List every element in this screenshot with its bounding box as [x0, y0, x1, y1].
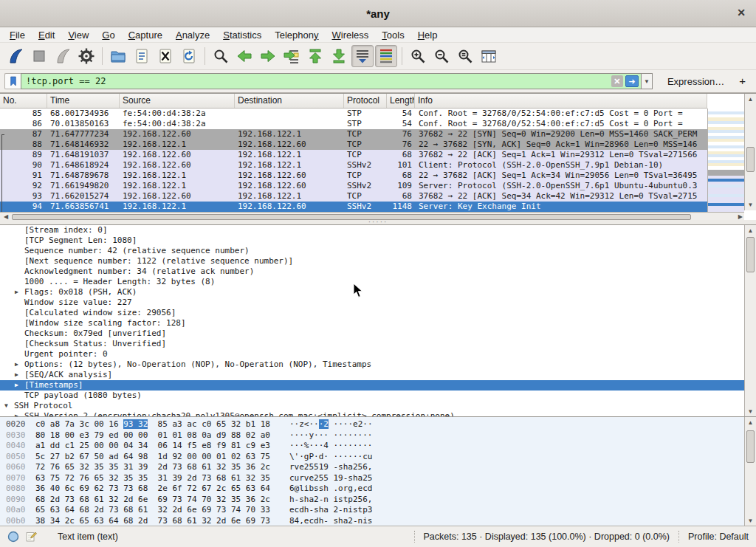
zoom-in-button[interactable] [407, 45, 429, 67]
filter-text[interactable]: !tcp.port == 22 [26, 76, 611, 86]
packet-list-vscrollbar[interactable]: ▲ ▼ [744, 94, 756, 210]
column-header-protocol[interactable]: Protocol [344, 94, 387, 108]
hex-bytes[interactable]: 72 76 65 32 35 35 31 39 2d 73 68 61 32 3… [35, 462, 270, 473]
detail-line[interactable]: [Stream index: 0] [0, 225, 744, 235]
scroll-down-icon[interactable]: ▼ [745, 408, 756, 415]
detail-line[interactable]: [TCP Segment Len: 1080] [0, 235, 744, 246]
start-capture-button[interactable] [4, 45, 27, 67]
stop-capture-button[interactable] [28, 45, 50, 67]
menu-item-edit[interactable]: Edit [32, 29, 61, 41]
go-forward-button[interactable] [257, 45, 279, 67]
hex-ascii[interactable]: 84,ecdh- sha2-nis [289, 516, 373, 526]
close-file-button[interactable] [154, 45, 176, 67]
column-header-no[interactable]: No. [0, 94, 47, 108]
scroll-right-icon[interactable]: ▶ [734, 213, 743, 220]
reload-file-button[interactable] [178, 45, 200, 67]
expression-button[interactable]: Expression… [663, 75, 729, 89]
capture-comment-icon[interactable] [25, 531, 37, 543]
packet-row-91[interactable]: 9171.648789678192.168.122.1192.168.122.6… [0, 171, 707, 181]
menu-item-view[interactable]: View [61, 29, 95, 41]
menu-item-analyze[interactable]: Analyze [169, 29, 216, 41]
hex-ascii[interactable]: ··z<···2 ····e2·· [289, 419, 373, 430]
detail-line[interactable]: [Window size scaling factor: 128] [0, 318, 744, 328]
hex-ascii[interactable]: rve25519 -sha256, [289, 462, 373, 473]
zoom-out-button[interactable] [430, 45, 453, 67]
details-vscrollbar[interactable]: ▲ ▼ [744, 225, 756, 416]
detail-line[interactable]: [Calculated window size: 29056] [0, 308, 744, 318]
collapsed-arrow-icon[interactable]: ▶ [15, 287, 18, 297]
filter-bookmark-button[interactable] [4, 73, 21, 89]
detail-line[interactable]: ▶Flags: 0x018 (PSH, ACK) [0, 287, 744, 297]
scroll-down-icon[interactable]: ▼ [745, 517, 756, 524]
go-last-button[interactable] [328, 45, 350, 67]
detail-line[interactable]: ▶[Timestamps] [0, 380, 744, 391]
filter-input[interactable]: !tcp.port == 22 ✕ ➜ [21, 73, 642, 89]
hex-bytes[interactable]: 38 34 2c 65 63 64 68 2d 73 68 61 32 2d 6… [35, 516, 270, 526]
hex-bytes[interactable]: 5c 27 b2 67 50 ad 64 98 1d 92 00 00 01 0… [35, 452, 270, 463]
packet-row-87[interactable]: 8771.647777234192.168.122.60192.168.122.… [0, 129, 707, 140]
collapsed-arrow-icon[interactable]: ▶ [15, 370, 18, 380]
detail-line[interactable]: [Checksum Status: Unverified] [0, 339, 744, 349]
column-header-length[interactable]: Length [387, 94, 415, 108]
detail-line[interactable]: ▼SSH Protocol [0, 401, 744, 411]
save-file-button[interactable] [131, 45, 153, 67]
hex-row-00b0[interactable]: 00b038 34 2c 65 63 64 68 2d 73 68 61 32 … [0, 516, 756, 526]
resize-columns-button[interactable] [478, 45, 500, 67]
go-back-button[interactable] [233, 45, 255, 67]
scroll-left-icon[interactable]: ◀ [1, 213, 10, 220]
detail-line[interactable]: ▶SSH Version 2 (encryption:chacha20-poly… [0, 411, 744, 416]
collapsed-arrow-icon[interactable]: ▶ [15, 359, 18, 370]
column-header-time[interactable]: Time [47, 94, 120, 108]
go-first-button[interactable] [304, 45, 326, 67]
collapsed-arrow-icon[interactable]: ▶ [15, 380, 18, 391]
hex-ascii[interactable]: \'·gP·d· ······cu [289, 452, 373, 463]
packet-row-93[interactable]: 9371.662015274192.168.122.60192.168.122.… [0, 191, 707, 202]
status-profile[interactable]: Profile: Default [688, 531, 749, 542]
hex-row-00a0[interactable]: 00a065 63 64 68 2d 73 68 61 32 2d 6e 69 … [0, 505, 756, 516]
zoom-original-button[interactable] [454, 45, 476, 67]
packet-row-88[interactable]: 8871.648146932192.168.122.1192.168.122.6… [0, 140, 707, 150]
detail-line[interactable]: Window size value: 227 [0, 297, 744, 308]
packet-row-86[interactable]: 8670.013850163fe:54:00:d4:38:2aSTP54Conf… [0, 119, 707, 129]
vscroll-thumb[interactable] [746, 147, 755, 172]
detail-line[interactable]: ▶[SEQ/ACK analysis] [0, 370, 744, 380]
add-filter-button[interactable]: + [733, 75, 752, 89]
hex-ascii[interactable]: 6@libssh .org,ecd [289, 484, 373, 495]
hex-row-0030[interactable]: 003080 18 00 e3 79 ed 00 00 01 01 08 0a … [0, 430, 756, 441]
filter-history-dropdown[interactable]: ▼ [642, 73, 653, 89]
hex-row-0040[interactable]: 0040a1 dd c1 25 00 00 04 34 06 14 f5 e8 … [0, 441, 756, 452]
menu-item-tools[interactable]: Tools [375, 29, 410, 41]
menu-item-file[interactable]: File [3, 29, 32, 41]
capture-options-button[interactable] [75, 45, 97, 67]
hex-bytes[interactable]: c0 a8 7a 3c 00 16 93 32 85 a3 ac c0 65 3… [35, 419, 270, 430]
column-header-source[interactable]: Source [120, 94, 235, 108]
close-icon[interactable]: ✕ [737, 7, 746, 18]
scroll-up-icon[interactable]: ▲ [745, 96, 756, 103]
scroll-up-icon[interactable]: ▲ [745, 419, 756, 426]
auto-scroll-button[interactable] [351, 45, 374, 67]
detail-line[interactable]: [Next sequence number: 1122 (relative se… [0, 256, 744, 266]
detail-line[interactable]: ▶Options: (12 bytes), No-Operation (NOP)… [0, 359, 744, 370]
packet-row-85[interactable]: 8568.001734936fe:54:00:d4:38:2aSTP54Conf… [0, 109, 707, 119]
go-to-packet-button[interactable] [281, 45, 303, 67]
hex-row-0080[interactable]: 008036 40 6c 69 62 73 73 68 2e 6f 72 67 … [0, 484, 756, 495]
scroll-up-icon[interactable]: ▲ [745, 227, 756, 234]
hex-vscroll-thumb[interactable] [746, 430, 755, 463]
packet-row-92[interactable]: 9271.661949820192.168.122.1192.168.122.6… [0, 181, 707, 191]
title-bar[interactable]: *any ✕ [0, 0, 756, 27]
hex-ascii[interactable]: curve255 19-sha25 [289, 473, 373, 484]
collapsed-arrow-icon[interactable]: ▶ [15, 411, 18, 416]
menu-item-wireless[interactable]: Wireless [326, 29, 376, 41]
packet-row-89[interactable]: 8971.648191037192.168.122.60192.168.122.… [0, 150, 707, 160]
colorize-button[interactable] [375, 45, 397, 67]
menu-item-capture[interactable]: Capture [122, 29, 169, 41]
hex-ascii[interactable]: ecdh-sha 2-nistp3 [289, 505, 373, 516]
find-packet-button[interactable] [210, 45, 232, 67]
hex-row-0050[interactable]: 00505c 27 b2 67 50 ad 64 98 1d 92 00 00 … [0, 452, 756, 463]
hex-ascii[interactable]: ···%···4 ········ [289, 441, 373, 452]
hex-bytes[interactable]: 68 2d 73 68 61 32 2d 6e 69 73 74 70 32 3… [35, 495, 270, 506]
open-file-button[interactable] [107, 45, 129, 67]
hex-vscrollbar[interactable]: ▲ ▼ [744, 417, 756, 526]
restart-capture-button[interactable] [52, 45, 74, 67]
packet-row-94[interactable]: 9471.663856741192.168.122.1192.168.122.6… [0, 202, 707, 212]
